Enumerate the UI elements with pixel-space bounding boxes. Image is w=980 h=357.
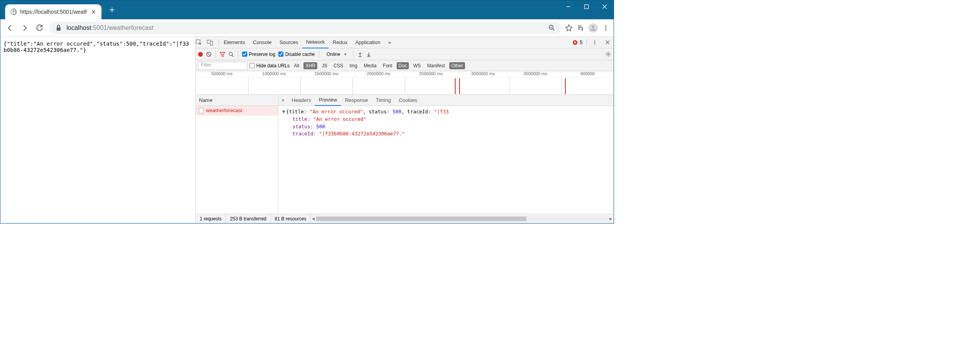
devtools-panel: Elements Console Sources Network Redux A… xyxy=(195,37,614,223)
svg-point-3 xyxy=(581,29,583,31)
new-tab-button[interactable] xyxy=(106,4,118,16)
tab-redux[interactable]: Redux xyxy=(329,37,351,48)
tab-separator xyxy=(102,6,103,14)
request-detail: × Headers Preview Response Timing Cookie… xyxy=(278,95,614,214)
filter-row: Filter Hide data URLs All XHR JS CSS Img… xyxy=(196,60,614,71)
tab-response[interactable]: Response xyxy=(341,95,372,106)
tab-cookies[interactable]: Cookies xyxy=(395,95,421,106)
request-list: Name weatherforecast xyxy=(196,95,278,214)
column-name-header[interactable]: Name xyxy=(196,95,278,106)
menu-button[interactable] xyxy=(602,24,610,32)
back-button[interactable] xyxy=(4,22,15,33)
forward-button[interactable] xyxy=(19,22,30,33)
browser-toolbar: localhost:5001/weatherforecast xyxy=(0,19,614,37)
download-icon[interactable] xyxy=(366,52,371,57)
window-close-button[interactable] xyxy=(596,0,614,13)
record-button[interactable] xyxy=(198,52,203,57)
status-requests: 1 requests xyxy=(196,214,226,223)
svg-point-12 xyxy=(594,42,596,43)
svg-point-16 xyxy=(607,53,609,55)
window-maximize-button[interactable] xyxy=(577,0,596,13)
tab-console[interactable]: Console xyxy=(249,37,276,48)
document-icon xyxy=(199,108,204,113)
status-transferred: 253 B transferred xyxy=(226,214,271,223)
filter-other[interactable]: Other xyxy=(449,62,465,69)
filter-css[interactable]: CSS xyxy=(331,62,345,69)
browser-tab[interactable]: https://localhost:5001/weatherfo xyxy=(5,4,101,19)
filter-js[interactable]: JS xyxy=(320,62,329,69)
svg-point-15 xyxy=(229,52,232,55)
tab-preview[interactable]: Preview xyxy=(315,95,341,106)
url-text: localhost:5001/weatherforecast xyxy=(66,24,544,31)
svg-point-5 xyxy=(605,25,606,26)
globe-icon xyxy=(11,9,17,15)
svg-rect-10 xyxy=(210,41,213,45)
filter-ws[interactable]: WS xyxy=(411,62,423,69)
tab-application[interactable]: Application xyxy=(351,37,384,48)
network-toolbar: Preserve log Disable cache Online xyxy=(196,48,614,60)
playlist-icon[interactable] xyxy=(577,24,585,32)
tab-elements[interactable]: Elements xyxy=(220,37,249,48)
status-resources: 81 B resources xyxy=(271,214,311,223)
error-icon: ✕ xyxy=(573,40,577,45)
hide-data-urls-checkbox[interactable]: Hide data URLs xyxy=(250,63,290,68)
filter-img[interactable]: Img xyxy=(348,62,359,69)
svg-point-13 xyxy=(594,43,596,44)
tab-title: https://localhost:5001/weatherfo xyxy=(20,9,87,15)
reload-button[interactable] xyxy=(34,22,45,33)
request-row[interactable]: weatherforecast xyxy=(196,106,278,115)
detail-close-button[interactable]: × xyxy=(278,97,288,103)
filter-icon[interactable] xyxy=(220,52,225,57)
filter-doc[interactable]: Doc xyxy=(397,62,409,69)
inspect-icon[interactable] xyxy=(196,39,207,46)
page-body: {"title":"An error occured","status":500… xyxy=(0,37,195,223)
filter-media[interactable]: Media xyxy=(362,62,379,69)
tab-network[interactable]: Network xyxy=(302,37,329,48)
search-icon[interactable] xyxy=(228,52,234,57)
lock-icon xyxy=(55,24,63,32)
device-icon[interactable] xyxy=(207,39,218,46)
svg-point-4 xyxy=(592,25,594,28)
tab-headers[interactable]: Headers xyxy=(288,95,315,106)
tab-sources[interactable]: Sources xyxy=(276,37,302,48)
expand-icon[interactable]: ▼ xyxy=(282,109,285,115)
svg-point-7 xyxy=(605,29,606,30)
preview-body: ▼{title: "An error occured", status: 500… xyxy=(278,106,614,214)
filter-xhr[interactable]: XHR xyxy=(303,62,317,69)
filter-input[interactable]: Filter xyxy=(198,62,247,70)
svg-rect-1 xyxy=(57,28,61,31)
devtools-close-button[interactable] xyxy=(603,39,611,46)
throttling-select[interactable]: Online xyxy=(323,50,349,58)
timeline[interactable]: 500000 ms 1000000 ms 1500000 ms 2000000 … xyxy=(196,71,614,95)
upload-icon[interactable] xyxy=(357,52,363,57)
titlebar: https://localhost:5001/weatherfo xyxy=(0,0,614,19)
horizontal-scrollbar[interactable]: ◀ ▶ xyxy=(311,216,614,222)
filter-font[interactable]: Font xyxy=(381,62,394,69)
error-count: 5 xyxy=(580,39,583,45)
window-minimize-button[interactable] xyxy=(559,0,577,13)
zoom-icon[interactable] xyxy=(548,24,555,32)
devtools-tabbar: Elements Console Sources Network Redux A… xyxy=(196,37,614,48)
clear-button[interactable] xyxy=(206,52,211,57)
filter-manifest[interactable]: Manifest xyxy=(425,62,447,69)
devtools-menu-button[interactable] xyxy=(591,39,599,46)
status-bar: 1 requests 253 B transferred 81 B resour… xyxy=(196,214,614,223)
settings-icon[interactable] xyxy=(605,51,611,57)
svg-point-11 xyxy=(594,40,596,41)
preserve-log-checkbox[interactable]: Preserve log xyxy=(242,52,275,57)
svg-point-6 xyxy=(605,27,606,28)
tab-more[interactable]: » xyxy=(384,37,395,48)
tab-close-button[interactable] xyxy=(90,9,97,15)
svg-rect-0 xyxy=(585,5,588,9)
star-icon[interactable] xyxy=(565,24,573,32)
filter-all[interactable]: All xyxy=(292,62,301,69)
disable-cache-checkbox[interactable]: Disable cache xyxy=(278,52,314,57)
address-bar[interactable]: localhost:5001/weatherforecast xyxy=(49,22,561,34)
tab-timing[interactable]: Timing xyxy=(372,95,395,106)
profile-avatar[interactable] xyxy=(588,23,598,33)
